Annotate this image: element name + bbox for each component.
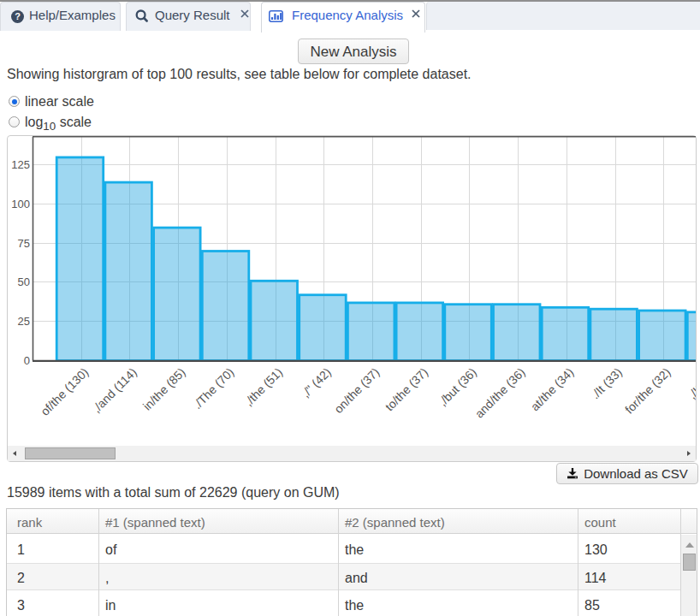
svg-text:for/the (32): for/the (32) xyxy=(622,365,673,417)
svg-text:,/but (36): ,/but (36) xyxy=(436,365,479,409)
svg-text:50: 50 xyxy=(18,275,30,288)
svg-text:0: 0 xyxy=(24,354,30,367)
svg-text:125: 125 xyxy=(11,158,30,171)
svg-text:,/It (31): ,/It (31) xyxy=(685,365,696,402)
svg-text:to/the (37): to/the (37) xyxy=(383,365,430,413)
svg-text:at/the (34): at/the (34) xyxy=(528,365,576,413)
svg-text:./It (33): ./It (33) xyxy=(588,365,625,402)
svg-text:in/the (85): in/the (85) xyxy=(140,365,188,413)
svg-text:of/the (130): of/the (130) xyxy=(38,365,91,418)
svg-text:,/the (51): ,/the (51) xyxy=(241,365,285,409)
svg-text:75: 75 xyxy=(18,237,30,250)
svg-text:,/" (42): ,/" (42) xyxy=(299,365,334,400)
svg-text:?: ? xyxy=(15,11,21,21)
svg-text:and/the (36): and/the (36) xyxy=(472,365,528,421)
svg-text:,/and (114): ,/and (114) xyxy=(90,365,139,415)
svg-text:25: 25 xyxy=(18,315,30,328)
svg-text:100: 100 xyxy=(11,198,30,210)
svg-text:on/the (37): on/the (37) xyxy=(331,365,382,416)
svg-text:./The (70): ./The (70) xyxy=(190,365,236,412)
